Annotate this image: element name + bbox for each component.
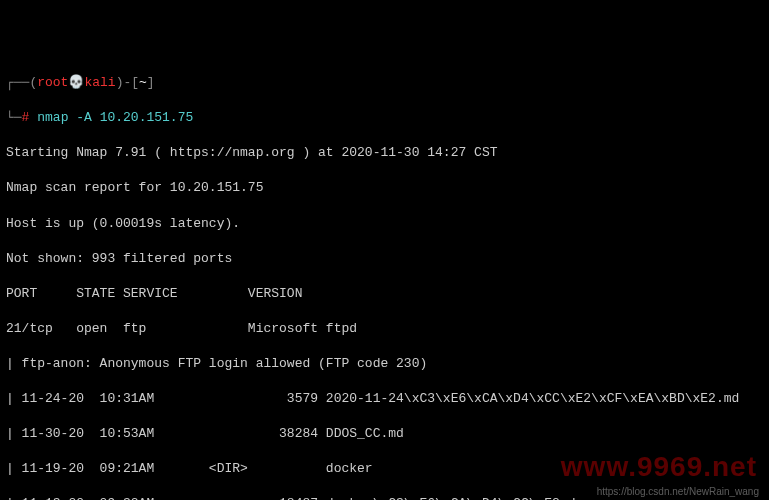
list-item: | 11-30-20 10:53AM 38284 DDOS_CC.md [6, 425, 763, 443]
nmap-start: Starting Nmap 7.91 ( https://nmap.org ) … [6, 144, 763, 162]
nmap-report: Nmap scan report for 10.20.151.75 [6, 179, 763, 197]
prompt-user: root💀kali [37, 75, 115, 90]
list-item: | 11-24-20 10:31AM 3579 2020-11-24\xC3\x… [6, 390, 763, 408]
prompt-l2-prefix: └─ [6, 110, 22, 125]
nmap-columns: PORT STATE SERVICE VERSION [6, 285, 763, 303]
port-21: 21/tcp open ftp Microsoft ftpd [6, 320, 763, 338]
ftp-anon: | ftp-anon: Anonymous FTP login allowed … [6, 355, 763, 373]
command-input[interactable]: nmap -A 10.20.151.75 [29, 110, 193, 125]
list-item: | 11-13-20 09:32AM 18487 docker\xC3\xE6\… [6, 495, 763, 500]
prompt-open: ┌──( [6, 75, 37, 90]
prompt-close: )-[ [116, 75, 139, 90]
prompt-line-2[interactable]: └─# nmap -A 10.20.151.75 [6, 109, 763, 127]
nmap-notshown: Not shown: 993 filtered ports [6, 250, 763, 268]
prompt-path: ~ [139, 75, 147, 90]
prompt-end: ] [147, 75, 155, 90]
nmap-host: Host is up (0.00019s latency). [6, 215, 763, 233]
list-item: | 11-19-20 09:21AM <DIR> docker [6, 460, 763, 478]
prompt-line-1: ┌──(root💀kali)-[~] [6, 74, 763, 92]
